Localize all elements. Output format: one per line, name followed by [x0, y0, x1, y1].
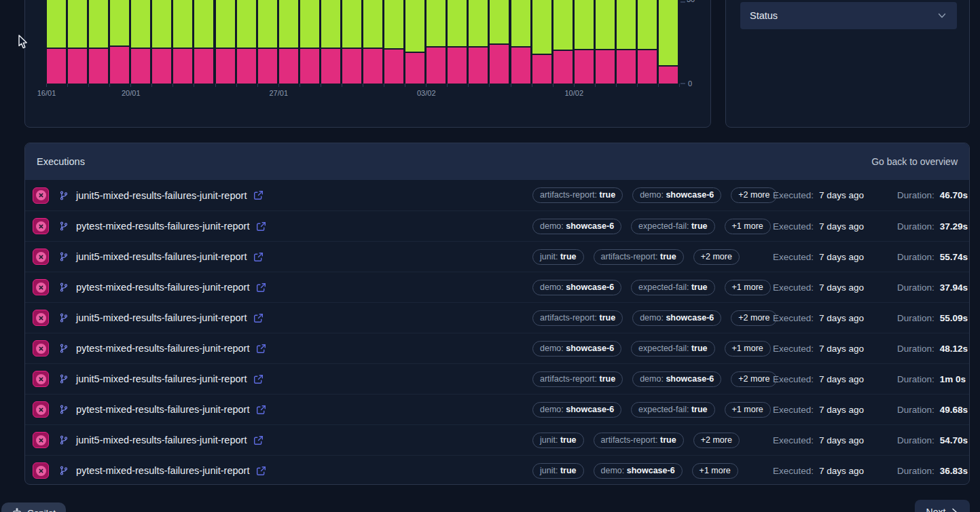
x-tick: [363, 84, 363, 87]
execution-row[interactable]: pytest-mixed-results-failures-junit-repo…: [25, 333, 969, 363]
x-tick: [426, 84, 427, 87]
execution-row[interactable]: junit5-mixed-results-failures-junit-repo…: [25, 241, 969, 272]
duration-value: 46.70s: [940, 190, 968, 200]
execution-duration: Duration: 55.09s: [897, 303, 968, 333]
executions-title: Executions: [37, 156, 85, 167]
executed-value: 7 days ago: [819, 313, 864, 323]
bar-10-02: [575, 0, 594, 84]
execution-row[interactable]: pytest-mixed-results-failures-junit-repo…: [25, 394, 969, 424]
execution-row[interactable]: junit5-mixed-results-failures-junit-repo…: [25, 302, 969, 333]
execution-duration: Duration: 37.29s: [897, 211, 968, 241]
x-tick: [553, 84, 553, 87]
execution-row-left: junit5-mixed-results-failures-junit-repo…: [33, 425, 264, 455]
x-tick: [46, 84, 47, 87]
external-link-icon[interactable]: [256, 466, 266, 476]
bar-31-01: [363, 0, 382, 84]
external-link-icon[interactable]: [256, 405, 266, 415]
x-axis: 16/0120/0127/0103/0210/02: [46, 84, 706, 103]
external-link-icon[interactable]: [253, 435, 264, 445]
external-link-icon[interactable]: [253, 190, 264, 200]
git-branch-icon: [59, 465, 69, 476]
duration-label: Duration:: [897, 252, 934, 262]
external-link-icon[interactable]: [256, 344, 266, 354]
x-tick: [447, 84, 448, 87]
execution-duration: Duration: 1m 0s: [897, 364, 966, 394]
bar-08-02: [532, 0, 551, 84]
bar-25-01: [237, 0, 256, 84]
bar-12-02: [617, 0, 636, 84]
execution-row-left: pytest-mixed-results-failures-junit-repo…: [33, 456, 266, 485]
external-link-icon[interactable]: [256, 221, 266, 232]
x-tick: [595, 84, 596, 87]
git-branch-icon: [59, 282, 69, 293]
status-failed-icon: [33, 187, 49, 204]
x-tick: [215, 84, 216, 87]
executed-label: Executed:: [773, 190, 814, 200]
git-branch-icon: [59, 343, 69, 354]
status-filter-dropdown[interactable]: Status: [740, 2, 957, 29]
tag-pill: artifacts-report: true: [532, 310, 623, 326]
next-page-button[interactable]: Next: [915, 500, 970, 512]
y-tick: [680, 83, 685, 84]
external-link-icon[interactable]: [253, 252, 264, 262]
duration-value: 54.70s: [940, 435, 968, 445]
bar-11-02: [596, 0, 615, 84]
duration-value: 48.12s: [940, 344, 968, 354]
executed-label: Executed:: [773, 466, 814, 476]
execution-row[interactable]: junit5-mixed-results-failures-junit-repo…: [25, 363, 969, 394]
tag-pill: junit: true: [532, 249, 584, 265]
execution-duration: Duration: 54.70s: [897, 425, 968, 455]
execution-duration: Duration: 37.94s: [897, 272, 968, 302]
bar-24-01: [216, 0, 235, 84]
status-failed-icon: [33, 279, 49, 295]
executed-value: 7 days ago: [819, 435, 864, 445]
execution-row[interactable]: junit5-mixed-results-failures-junit-repo…: [25, 424, 969, 455]
x-tick: [342, 84, 342, 87]
execution-row[interactable]: pytest-mixed-results-failures-junit-repo…: [25, 211, 969, 241]
bar-03-02: [427, 0, 446, 84]
execution-tags: junit: trueartifacts-report: true+2 more: [532, 242, 740, 272]
x-tick: [511, 84, 511, 87]
execution-executed: Executed: 7 days ago: [773, 333, 864, 363]
x-tick: [532, 84, 532, 87]
status-failed-icon: [33, 371, 49, 387]
bar-07-02: [511, 0, 530, 84]
bar-30-01: [342, 0, 361, 84]
go-back-to-overview-link[interactable]: Go back to overview: [871, 156, 958, 167]
execution-executed: Executed: 7 days ago: [773, 180, 864, 211]
bar-23-01: [194, 0, 213, 84]
executed-value: 7 days ago: [819, 374, 864, 384]
bar-17-01: [68, 0, 87, 84]
chevron-right-icon: [950, 508, 958, 512]
y-tick: [680, 1, 685, 3]
git-branch-icon: [59, 404, 69, 415]
tag-pill: artifacts-report: true: [594, 249, 684, 265]
tag-pill: junit: true: [532, 463, 584, 479]
bar-05-02: [469, 0, 488, 84]
execution-tags: junit: truedemo: showcase-6+1 more: [532, 456, 738, 485]
duration-value: 49.68s: [940, 405, 968, 415]
x-tick: [384, 84, 384, 87]
execution-row[interactable]: pytest-mixed-results-failures-junit-repo…: [25, 272, 969, 302]
external-link-icon[interactable]: [253, 374, 264, 384]
tag-pill: demo: showcase-6: [532, 402, 621, 418]
execution-name: pytest-mixed-results-failures-junit-repo…: [76, 282, 249, 293]
x-tick: [321, 84, 321, 87]
executed-label: Executed:: [773, 282, 814, 293]
execution-row[interactable]: pytest-mixed-results-failures-junit-repo…: [25, 455, 969, 485]
execution-row[interactable]: junit5-mixed-results-failures-junit-repo…: [25, 180, 969, 211]
executed-value: 7 days ago: [819, 190, 864, 200]
copilot-button[interactable]: Copilot: [1, 502, 66, 512]
x-tick: [173, 84, 173, 87]
execution-row-left: junit5-mixed-results-failures-junit-repo…: [33, 242, 264, 272]
executed-value: 7 days ago: [819, 466, 864, 476]
duration-value: 37.29s: [940, 221, 968, 232]
x-tick: [130, 84, 131, 87]
external-link-icon[interactable]: [253, 313, 264, 323]
y-axis-min-label: 0: [688, 79, 692, 88]
duration-label: Duration:: [897, 313, 934, 323]
bar-04-02: [448, 0, 467, 84]
tag-pill: junit: true: [532, 433, 584, 448]
external-link-icon[interactable]: [256, 282, 266, 293]
git-branch-icon: [59, 190, 69, 201]
